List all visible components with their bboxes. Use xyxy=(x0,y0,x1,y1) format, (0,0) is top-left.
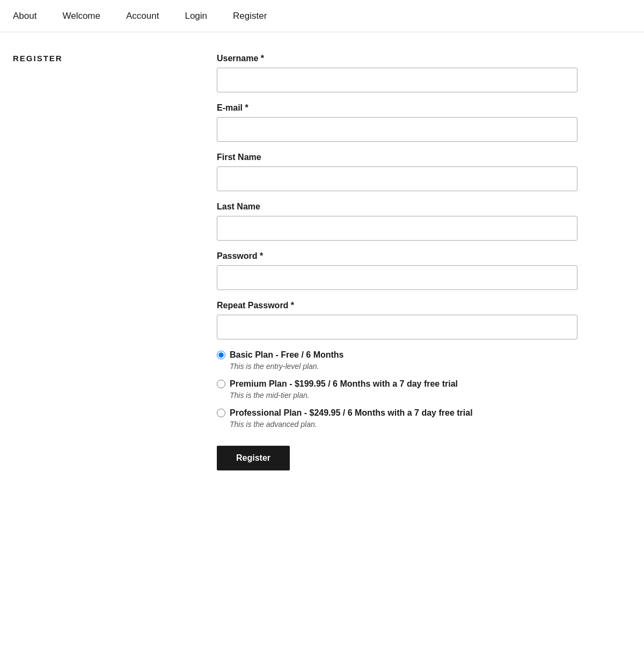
username-input[interactable] xyxy=(217,68,577,92)
nav-account[interactable]: Account xyxy=(126,11,159,21)
password-group: Password * xyxy=(217,251,577,290)
nav-login[interactable]: Login xyxy=(185,11,207,21)
plan-professional-label[interactable]: Professional Plan - $249.95 / 6 Months w… xyxy=(230,408,473,418)
email-input[interactable] xyxy=(217,117,577,142)
plan-professional-desc: This is the advanced plan. xyxy=(230,420,577,429)
password-label: Password * xyxy=(217,251,577,261)
plan-premium-label[interactable]: Premium Plan - $199.95 / 6 Months with a… xyxy=(230,379,458,389)
firstname-group: First Name xyxy=(217,153,577,191)
plan-basic-radio[interactable] xyxy=(217,351,225,359)
lastname-input[interactable] xyxy=(217,216,577,241)
email-group: E-mail * xyxy=(217,103,577,142)
register-form: Username * E-mail * First Name Last Name… xyxy=(217,54,577,470)
plan-basic-row: Basic Plan - Free / 6 Months xyxy=(217,350,577,360)
plan-professional: Professional Plan - $249.95 / 6 Months w… xyxy=(217,408,577,429)
plan-selection: Basic Plan - Free / 6 Months This is the… xyxy=(217,350,577,429)
firstname-label: First Name xyxy=(217,153,577,162)
page-content: Register Username * E-mail * First Name … xyxy=(0,32,590,503)
repeat-password-group: Repeat Password * xyxy=(217,301,577,339)
main-nav: About Welcome Account Login Register xyxy=(0,0,644,32)
register-button[interactable]: Register xyxy=(217,446,290,470)
username-group: Username * xyxy=(217,54,577,92)
page-title: Register xyxy=(13,54,217,63)
nav-about[interactable]: About xyxy=(13,11,36,21)
nav-register[interactable]: Register xyxy=(233,11,267,21)
plan-premium-desc: This is the mid-tier plan. xyxy=(230,391,577,400)
email-label: E-mail * xyxy=(217,103,577,113)
plan-premium-row: Premium Plan - $199.95 / 6 Months with a… xyxy=(217,379,577,389)
repeat-password-input[interactable] xyxy=(217,315,577,339)
left-panel: Register xyxy=(13,54,217,470)
plan-basic-desc: This is the entry-level plan. xyxy=(230,362,577,371)
plan-professional-radio[interactable] xyxy=(217,409,225,417)
plan-premium-radio[interactable] xyxy=(217,380,225,388)
lastname-label: Last Name xyxy=(217,202,577,212)
plan-basic-label[interactable]: Basic Plan - Free / 6 Months xyxy=(230,350,344,360)
password-input[interactable] xyxy=(217,265,577,290)
repeat-password-label: Repeat Password * xyxy=(217,301,577,310)
firstname-input[interactable] xyxy=(217,166,577,191)
plan-premium: Premium Plan - $199.95 / 6 Months with a… xyxy=(217,379,577,400)
plan-basic: Basic Plan - Free / 6 Months This is the… xyxy=(217,350,577,371)
lastname-group: Last Name xyxy=(217,202,577,241)
plan-professional-row: Professional Plan - $249.95 / 6 Months w… xyxy=(217,408,577,418)
username-label: Username * xyxy=(217,54,577,63)
nav-welcome[interactable]: Welcome xyxy=(62,11,100,21)
